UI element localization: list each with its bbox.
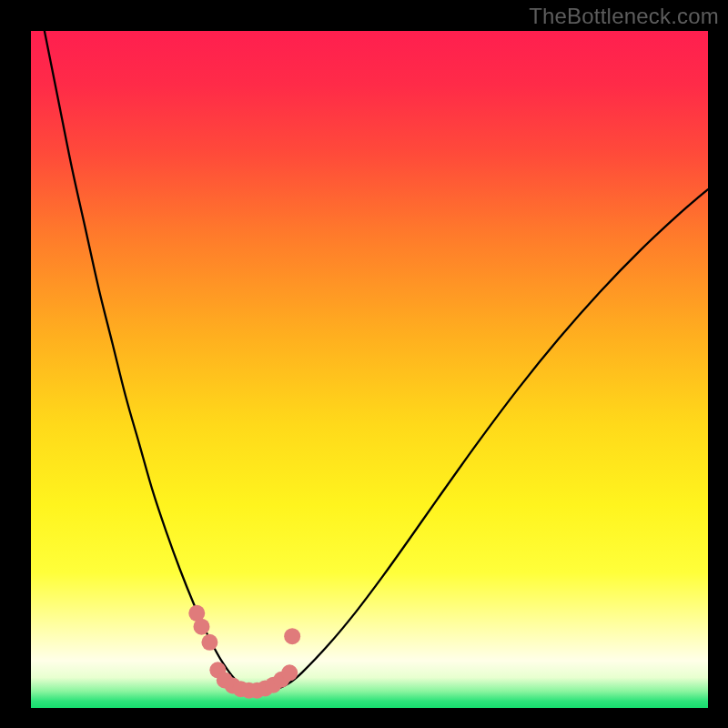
plot-area <box>31 31 708 708</box>
marker-dot <box>201 634 217 651</box>
watermark-text: TheBottleneck.com <box>529 4 719 29</box>
marker-dot <box>193 619 209 635</box>
gradient-background <box>31 31 708 708</box>
marker-dot <box>281 664 298 681</box>
chart-svg <box>31 31 708 708</box>
marker-dot <box>284 628 300 644</box>
chart-frame: TheBottleneck.com <box>0 0 728 728</box>
